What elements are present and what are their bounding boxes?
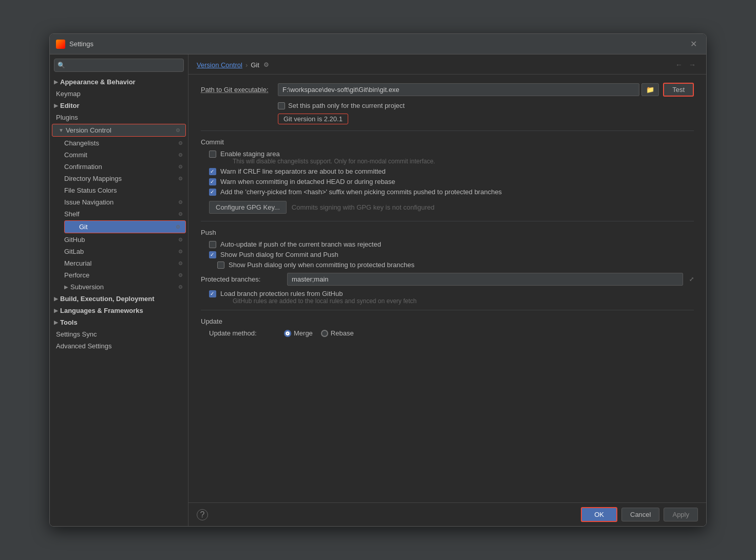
sidebar-item-confirmation[interactable]: Confirmation ⚙ xyxy=(50,161,188,173)
sidebar-item-shelf[interactable]: Shelf ⚙ xyxy=(50,208,188,220)
sidebar-item-commit[interactable]: Commit ⚙ xyxy=(50,149,188,161)
sidebar-item-subversion[interactable]: ▶ Subversion ⚙ xyxy=(50,281,188,293)
auto-update-label: Auto-update if push of the current branc… xyxy=(220,240,381,248)
expand-icon[interactable]: ⤢ xyxy=(689,276,694,283)
search-box: 🔍 xyxy=(54,59,184,72)
gear-icon: ⚙ xyxy=(178,260,183,266)
sidebar-item-git[interactable]: Git ⚙ xyxy=(64,220,186,233)
set-path-checkbox[interactable] xyxy=(278,102,285,109)
sidebar-item-settings-sync[interactable]: Settings Sync xyxy=(50,328,188,340)
search-icon: 🔍 xyxy=(58,62,65,69)
expand-arrow: ▶ xyxy=(54,320,58,325)
close-button[interactable]: ✕ xyxy=(687,38,700,50)
set-path-label: Set this path only for the current proje… xyxy=(288,102,405,109)
test-button[interactable]: Test xyxy=(663,83,694,97)
version-control-label[interactable]: ▼ Version Control ⚙ xyxy=(52,124,185,136)
expand-arrow: ▶ xyxy=(64,284,68,290)
gear-icon: ⚙ xyxy=(178,284,183,290)
content-body: Path to Git executable: 📁 Test Set this … xyxy=(188,74,706,502)
sidebar-item-label: Issue Navigation xyxy=(64,198,114,206)
sidebar-item-label: Languages & Frameworks xyxy=(60,307,143,314)
git-version-badge: Git version is 2.20.1 xyxy=(278,114,348,124)
protected-branches-input[interactable] xyxy=(287,273,683,286)
expand-arrow: ▶ xyxy=(54,308,58,313)
protected-branches-row: Protected branches: ⤢ xyxy=(201,273,694,286)
sidebar-item-keymap[interactable]: Keymap xyxy=(50,88,188,100)
browse-button[interactable]: 📁 xyxy=(641,83,659,96)
warn-crlf-row: Warn if CRLF line separators are about t… xyxy=(209,167,694,175)
path-row: Path to Git executable: 📁 Test xyxy=(201,83,694,97)
help-button[interactable]: ? xyxy=(197,509,208,520)
sidebar-item-label: Build, Execution, Deployment xyxy=(60,295,154,303)
auto-update-checkbox[interactable] xyxy=(209,241,216,248)
show-push-dialog-label: Show Push dialog for Commit and Push xyxy=(220,251,338,258)
sidebar-item-editor[interactable]: ▶ Editor xyxy=(50,100,188,111)
sidebar-item-build-execution[interactable]: ▶ Build, Execution, Deployment xyxy=(50,293,188,305)
sidebar-item-version-control[interactable]: ▼ Version Control ⚙ xyxy=(52,124,186,137)
load-protection-checkbox[interactable] xyxy=(209,290,216,297)
load-protection-label: Load branch protection rules from GitHub xyxy=(220,290,417,297)
app-icon xyxy=(56,40,65,49)
sidebar-item-label: File Status Colors xyxy=(64,186,117,194)
forward-button[interactable]: → xyxy=(687,60,698,70)
configure-gpg-button[interactable]: Configure GPG Key... xyxy=(209,201,287,214)
sidebar-item-directory-mappings[interactable]: Directory Mappings ⚙ xyxy=(50,173,188,184)
load-protection-hint: GitHub rules are added to the local rule… xyxy=(233,297,417,305)
enable-staging-row: Enable staging area This will disable ch… xyxy=(209,150,694,165)
rebase-option[interactable]: Rebase xyxy=(321,329,354,337)
enable-staging-checkbox[interactable] xyxy=(209,151,216,158)
version-row: Git version is 2.20.1 xyxy=(201,114,694,124)
auto-update-row: Auto-update if push of the current branc… xyxy=(209,240,694,248)
ok-button[interactable]: OK xyxy=(581,507,617,522)
sidebar-item-perforce[interactable]: Perforce ⚙ xyxy=(50,269,188,281)
sidebar-item-label: Changelists xyxy=(64,139,99,147)
breadcrumb-parent[interactable]: Version Control xyxy=(197,61,242,69)
sidebar-item-label: Perforce xyxy=(64,271,89,279)
sidebar-item-label: Subversion xyxy=(70,283,104,291)
sidebar-item-file-status-colors[interactable]: File Status Colors xyxy=(50,184,188,196)
show-push-protected-row: Show Push dialog only when committing to… xyxy=(217,261,694,269)
sidebar-item-label: GitLab xyxy=(64,248,84,255)
breadcrumb: Version Control › Git ⚙ xyxy=(197,61,673,69)
sidebar-item-appearance[interactable]: ▶ Appearance & Behavior xyxy=(50,76,188,88)
sidebar-item-label: GitHub xyxy=(64,236,85,244)
sidebar-item-languages-frameworks[interactable]: ▶ Languages & Frameworks xyxy=(50,305,188,316)
enable-staging-hint: This will disable changelists support. O… xyxy=(233,158,435,165)
title-bar: Settings ✕ xyxy=(50,34,706,54)
sidebar-item-label: Keymap xyxy=(56,90,81,98)
sidebar-item-label: Plugins xyxy=(56,114,78,121)
rebase-radio[interactable] xyxy=(321,330,328,337)
gear-icon: ⚙ xyxy=(178,176,183,181)
gear-icon: ⚙ xyxy=(178,140,183,146)
warn-detached-checkbox[interactable] xyxy=(209,178,216,185)
show-push-protected-checkbox[interactable] xyxy=(217,262,224,269)
enable-staging-content: Enable staging area This will disable ch… xyxy=(220,150,435,165)
apply-button[interactable]: Apply xyxy=(664,508,698,521)
path-input[interactable] xyxy=(278,83,639,96)
sidebar-item-advanced-settings[interactable]: Advanced Settings xyxy=(50,340,188,352)
gear-icon: ⚙ xyxy=(178,272,183,278)
merge-option[interactable]: Merge xyxy=(284,329,313,337)
sidebar-item-github[interactable]: GitHub ⚙ xyxy=(50,234,188,246)
sidebar-item-plugins[interactable]: Plugins xyxy=(50,111,188,123)
warn-crlf-checkbox[interactable] xyxy=(209,168,216,175)
divider3 xyxy=(201,310,694,310)
sidebar-item-gitlab[interactable]: GitLab ⚙ xyxy=(50,246,188,257)
cherry-pick-checkbox[interactable] xyxy=(209,189,216,196)
back-button[interactable]: ← xyxy=(673,60,685,70)
show-push-dialog-checkbox[interactable] xyxy=(209,251,216,258)
sidebar: 🔍 ▶ Appearance & Behavior Keymap ▶ Edito… xyxy=(50,54,188,526)
expand-arrow: ▶ xyxy=(54,79,58,85)
merge-radio[interactable] xyxy=(284,330,291,337)
sidebar-item-tools[interactable]: ▶ Tools xyxy=(50,316,188,328)
sidebar-item-changelists[interactable]: Changelists ⚙ xyxy=(50,137,188,149)
cancel-button[interactable]: Cancel xyxy=(621,508,659,521)
content-header: Version Control › Git ⚙ ← → xyxy=(188,54,706,74)
divider2 xyxy=(201,221,694,221)
sidebar-item-mercurial[interactable]: Mercurial ⚙ xyxy=(50,257,188,269)
warn-crlf-label: Warn if CRLF line separators are about t… xyxy=(220,167,386,175)
search-input[interactable] xyxy=(54,59,184,72)
dialog-title: Settings xyxy=(69,40,687,48)
sidebar-item-issue-navigation[interactable]: Issue Navigation ⚙ xyxy=(50,196,188,208)
main-content: Version Control › Git ⚙ ← → Path to Git … xyxy=(188,54,706,526)
